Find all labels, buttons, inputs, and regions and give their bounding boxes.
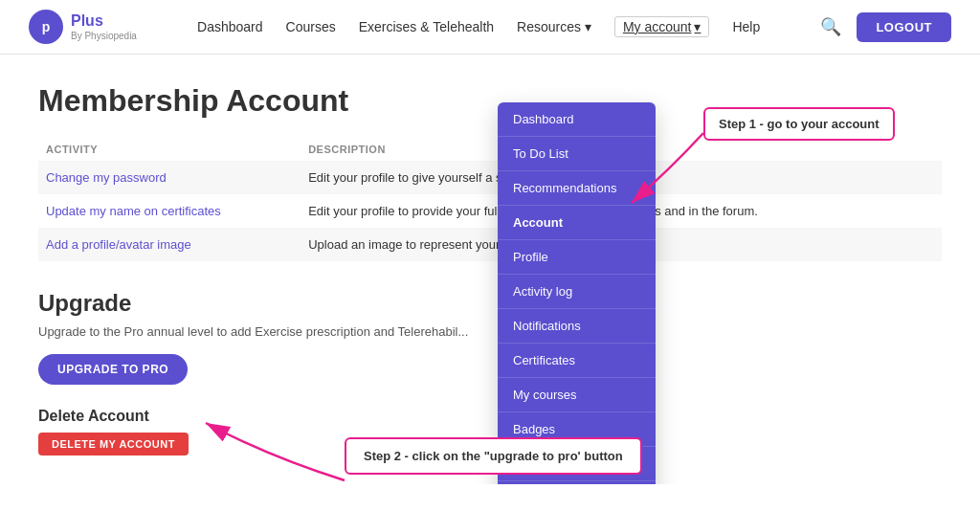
upgrade-to-pro-button[interactable]: UPGRADE TO PRO: [38, 354, 188, 385]
table-row: Add a profile/avatar image Upload an ima…: [38, 228, 942, 261]
activity-table: ACTIVITY DESCRIPTION Change my password …: [38, 138, 942, 261]
header: p Plus By Physiopedia Dashboard Courses …: [0, 0, 980, 55]
upgrade-title: Upgrade: [38, 290, 942, 317]
dropdown-item[interactable]: My courses: [498, 378, 656, 412]
nav-help[interactable]: Help: [732, 19, 760, 34]
upgrade-section: Upgrade Upgrade to the Pro annual level …: [38, 290, 942, 385]
dropdown-item[interactable]: Contact: [498, 481, 656, 484]
table-cell-link: Add a profile/avatar image: [38, 228, 301, 261]
logo-area: p Plus By Physiopedia: [29, 10, 137, 44]
col-activity: ACTIVITY: [38, 138, 301, 161]
callout-step1: Step 1 - go to your account: [703, 107, 895, 141]
delete-title: Delete Account: [38, 408, 942, 425]
search-button[interactable]: 🔍: [820, 16, 841, 37]
logo-plus: Plus: [71, 11, 137, 30]
chevron-down-icon: ▾: [585, 19, 591, 34]
callout-step2: Step 2 - click on the "upgrade to pro' b…: [345, 437, 642, 475]
dropdown-item[interactable]: To Do List: [498, 137, 656, 171]
nav-resources[interactable]: Resources ▾: [517, 19, 591, 34]
dropdown-item[interactable]: Certificates: [498, 344, 656, 378]
table-row: Change my password Edit your profile to …: [38, 161, 942, 194]
logout-button[interactable]: LOGOUT: [857, 12, 951, 42]
activity-link[interactable]: Change my password: [46, 170, 167, 185]
dropdown-item[interactable]: Activity log: [498, 275, 656, 309]
dropdown-item[interactable]: Account: [498, 206, 656, 240]
dropdown-item[interactable]: Notifications: [498, 309, 656, 344]
nav-courses[interactable]: Courses: [286, 19, 336, 34]
nav-dashboard[interactable]: Dashboard: [197, 19, 263, 34]
nav-my-account[interactable]: My account ▾: [614, 16, 710, 37]
dropdown-item[interactable]: Recommendations: [498, 171, 656, 206]
logo-icon: p: [29, 10, 63, 44]
table-row: Update my name on certificates Edit your…: [38, 194, 942, 228]
activity-link[interactable]: Add a profile/avatar image: [46, 237, 191, 252]
nav-exercises[interactable]: Exercises & Telehealth: [359, 19, 494, 34]
activity-link[interactable]: Update my name on certificates: [46, 204, 221, 218]
chevron-down-icon: ▾: [694, 19, 701, 34]
dropdown-item[interactable]: Profile: [498, 240, 656, 275]
logo-text: Plus By Physiopedia: [71, 11, 137, 41]
table-cell-link: Change my password: [38, 161, 301, 194]
dropdown-item[interactable]: Dashboard: [498, 102, 656, 137]
search-icon: 🔍: [820, 17, 841, 36]
dropdown-menu: DashboardTo Do ListRecommendationsAccoun…: [498, 102, 656, 484]
table-cell-link: Update my name on certificates: [38, 194, 301, 228]
delete-account-button[interactable]: DELETE MY ACCOUNT: [38, 433, 189, 455]
header-right: 🔍 LOGOUT: [820, 12, 951, 42]
main-nav: Dashboard Courses Exercises & Telehealth…: [197, 16, 760, 37]
main-content: Membership Account ACTIVITY DESCRIPTION …: [0, 55, 980, 484]
logo-sub: By Physiopedia: [71, 31, 137, 42]
upgrade-description: Upgrade to the Pro annual level to add E…: [38, 324, 942, 339]
